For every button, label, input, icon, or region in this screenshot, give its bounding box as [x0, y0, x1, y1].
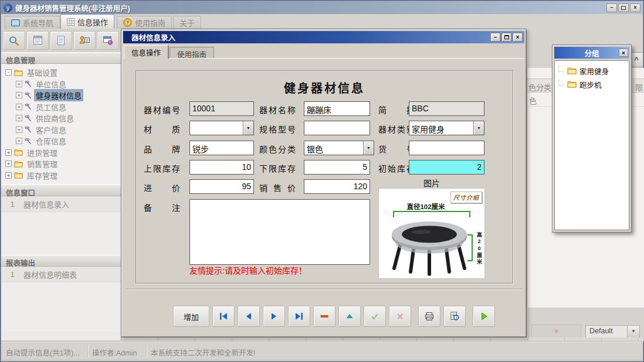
tree-item-sales-mgmt[interactable]: + 销售管理 [1, 158, 121, 170]
delete-record-button[interactable] [313, 306, 335, 327]
expand-expander-icon[interactable]: + [16, 127, 22, 133]
tree-item-basic-settings[interactable]: - 基础设置 [1, 67, 121, 78]
item-no-input[interactable] [409, 141, 484, 155]
pinyin-input[interactable]: BBC [409, 101, 484, 116]
dialog-navbar: 增加 [173, 306, 495, 327]
tab-about[interactable]: 关于 [173, 16, 201, 29]
chevron-down-icon[interactable]: ▼ [243, 121, 253, 135]
remark-label: 备注 [144, 202, 180, 213]
add-button[interactable]: 增加 [173, 306, 209, 327]
next-record-button[interactable] [263, 306, 285, 327]
insert-record-button[interactable] [338, 306, 361, 327]
restore-button[interactable] [618, 4, 629, 12]
tree-connector [558, 66, 564, 72]
main-toolbar [1, 30, 121, 52]
expand-expander-icon[interactable]: + [16, 92, 22, 98]
dialog-tab-info-operation[interactable]: 信息操作 [124, 45, 168, 59]
first-record-button[interactable] [212, 306, 235, 327]
tree-item-label: 单位信息 [34, 78, 68, 90]
window-display-button[interactable] [97, 31, 119, 50]
remark-textarea[interactable] [189, 199, 370, 265]
category-combo[interactable]: 家用健身 ▼ [409, 121, 484, 135]
group-panel: 分组 × 家用健身 跑步机 [552, 45, 632, 233]
tool-icon [25, 92, 32, 99]
picture-label: 图片 [378, 177, 485, 189]
tab-system-nav[interactable]: 系统导航 [5, 16, 60, 29]
preview-button[interactable] [443, 306, 466, 327]
group-item-home-fitness[interactable]: 家用健身 [558, 64, 629, 78]
color-label: 颜色分类 [259, 143, 296, 155]
group-panel-close-button[interactable]: × [619, 49, 628, 57]
dialog-tabstrip: 信息操作 使用指南 [124, 45, 215, 59]
stock-lower-input[interactable]: 5 [304, 160, 370, 175]
background-delete-button[interactable]: × [531, 325, 581, 339]
diameter-note: 直径102厘米 [379, 202, 473, 211]
up-triangle-icon [344, 311, 355, 322]
tree-item-customer-info[interactable]: + 客户信息 [1, 124, 121, 136]
collapse-expander-icon[interactable]: - [5, 69, 12, 76]
sale-price-input[interactable]: 120 [304, 179, 370, 194]
tree-item-employee-info[interactable]: + 员工信息 [1, 101, 121, 113]
chevron-down-icon[interactable]: ▼ [473, 121, 484, 135]
window-title: 健身器材销售管理系统(非注册用户) [15, 2, 605, 13]
expand-expander-icon[interactable]: + [5, 160, 12, 167]
chevron-down-icon[interactable]: ▼ [627, 326, 639, 337]
expand-expander-icon[interactable]: + [5, 149, 12, 156]
stock-upper-input[interactable]: 10 [189, 160, 254, 175]
tree-item-inventory-mgmt[interactable]: + 库存管理 [1, 170, 121, 182]
equip-no-input[interactable]: 10001 [189, 101, 254, 116]
tree-item-label: 库存管理 [25, 169, 59, 182]
last-record-button[interactable] [288, 306, 310, 327]
user-report-icon [79, 35, 90, 46]
close-button[interactable]: × [630, 4, 640, 12]
minimize-button[interactable]: – [606, 4, 617, 12]
tree-item-equipment-info[interactable]: + 健身器材信息 [1, 90, 121, 101]
prev-record-button[interactable] [238, 306, 260, 327]
trampoline-image [380, 216, 479, 277]
document-button[interactable] [50, 31, 72, 50]
form-view-button[interactable] [26, 31, 49, 50]
purchase-price-input[interactable]: 95 [189, 179, 254, 194]
tree-item-warehouse-info[interactable]: + 仓库信息 [1, 135, 121, 147]
search-button[interactable] [3, 31, 25, 50]
tree-item-purchase-mgmt[interactable]: + 进货管理 [1, 147, 121, 159]
picture-box[interactable]: 尺寸介绍 直径102厘米 [378, 188, 485, 279]
tree-item-unit-info[interactable]: + 单位信息 [1, 78, 121, 90]
list-item-index: 1 [1, 200, 23, 209]
tree-item-label: 进货管理 [25, 146, 59, 159]
group-item-treadmill[interactable]: 跑步机 [558, 78, 629, 91]
post-record-button[interactable] [364, 306, 386, 327]
print-button[interactable] [418, 306, 440, 327]
tab-info-operation[interactable]: 信息操作 [60, 14, 114, 29]
run-button[interactable] [473, 306, 495, 327]
equip-name-input[interactable]: 蹦蹦床 [304, 101, 370, 116]
style-combo[interactable]: Default ▼ [585, 325, 640, 338]
chevron-down-icon[interactable]: ▼ [363, 141, 374, 155]
dialog-maximize-button[interactable] [501, 33, 511, 42]
spec-input[interactable] [304, 121, 370, 135]
expand-expander-icon[interactable]: + [16, 115, 22, 121]
dialog-close-button[interactable]: × [513, 33, 523, 42]
tree-item-supplier-info[interactable]: + 供应商信息 [1, 112, 121, 124]
tab-user-guide[interactable]: ? 使用指南 [117, 16, 172, 29]
play-icon [479, 311, 489, 322]
expand-expander-icon[interactable]: + [16, 104, 22, 110]
spec-label: 规格型号 [259, 123, 296, 135]
color-combo[interactable]: 银色 ▼ [304, 141, 374, 155]
list-item-equipment-report[interactable]: 1 器材信息明细表 [1, 267, 121, 282]
brand-input[interactable]: 锐步 [189, 141, 254, 155]
expand-expander-icon[interactable]: + [16, 138, 22, 144]
expand-expander-icon[interactable]: + [5, 172, 12, 179]
dialog-minimize-button[interactable]: – [490, 33, 500, 42]
user-report-button[interactable] [73, 31, 96, 50]
stock-initial-input[interactable]: 2 [409, 160, 484, 175]
expand-expander-icon[interactable]: + [16, 81, 22, 87]
group-item-label: 跑步机 [579, 79, 602, 90]
list-item-equipment-entry[interactable]: 1 器材信息录入 [1, 196, 121, 212]
purchase-price-label: 进价 [144, 182, 180, 193]
help-coin-icon: ? [123, 18, 132, 27]
group-panel-titlebar[interactable]: 分组 × [554, 47, 629, 59]
dialog-tab-user-guide[interactable]: 使用指南 [170, 47, 214, 59]
material-combo[interactable]: ▼ [189, 121, 254, 135]
cancel-record-button[interactable] [389, 306, 411, 327]
